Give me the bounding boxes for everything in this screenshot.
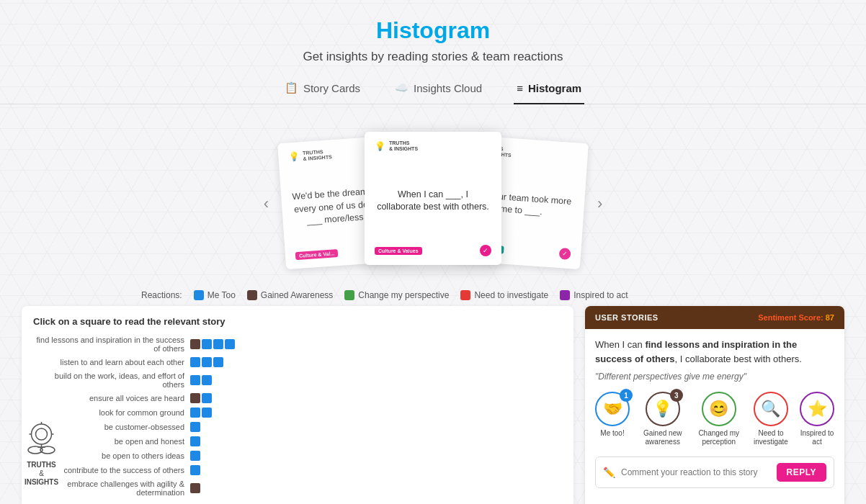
histogram-row: ensure all voices are heard bbox=[33, 393, 562, 403]
hist-row-label: find lessons and inspiration in the succ… bbox=[33, 336, 184, 353]
change-perspective-label: Change my perspective bbox=[358, 290, 449, 300]
hist-square[interactable] bbox=[202, 375, 212, 385]
sentiment-label: Sentiment Score: bbox=[758, 313, 823, 322]
brand-logo-text: TRUTHS & INSIGHTS bbox=[24, 461, 58, 487]
reaction-block-gained[interactable]: 💡 3 Gained new awareness bbox=[640, 392, 685, 446]
hist-square[interactable] bbox=[190, 465, 200, 475]
story-panel-title: USER STORIES bbox=[595, 313, 659, 322]
perception-icon-circle: 😊 bbox=[702, 392, 736, 426]
story-cards-icon: 📋 bbox=[285, 81, 298, 94]
hist-row-label: listen to and learn about each other bbox=[33, 358, 184, 366]
hist-square[interactable] bbox=[190, 422, 200, 432]
investigate-reaction-label: Need to investigate bbox=[752, 429, 790, 446]
card-carousel: ‹ 💡 TRUTHS& INSIGHTS We'd be the dream t… bbox=[0, 125, 866, 283]
reaction-inspired-act: Inspired to act bbox=[560, 290, 628, 300]
histogram-row: embrace challenges with agility & determ… bbox=[33, 480, 562, 497]
reaction-need-investigate: Need to investigate bbox=[460, 290, 548, 300]
hist-square[interactable] bbox=[190, 393, 200, 403]
carousel-prev-button[interactable]: ‹ bbox=[251, 194, 282, 213]
hist-square[interactable] bbox=[213, 339, 223, 349]
card-body-center: When I can ___, I collaborate best with … bbox=[375, 157, 491, 245]
histogram-icon: ≡ bbox=[517, 82, 523, 94]
histogram-row: be customer-obsessed bbox=[33, 422, 562, 432]
card-logo-icon-center: 💡 bbox=[375, 141, 385, 151]
tab-story-cards[interactable]: 📋 Story Cards bbox=[282, 76, 363, 104]
hist-square[interactable] bbox=[202, 357, 212, 367]
tab-insights-cloud[interactable]: ☁️ Insights Cloud bbox=[392, 76, 485, 104]
pencil-icon: ✏️ bbox=[603, 467, 615, 478]
histogram-row: find lessons and inspiration in the succ… bbox=[33, 336, 562, 353]
tab-histogram[interactable]: ≡ Histogram bbox=[514, 76, 584, 104]
hist-square[interactable] bbox=[190, 357, 200, 367]
gained-awareness-dot bbox=[247, 290, 257, 300]
comment-area: ✏️ REPLY bbox=[595, 456, 834, 488]
hist-square[interactable] bbox=[190, 339, 200, 349]
hist-row-bars bbox=[190, 375, 212, 385]
inspired-reaction-label: Inspired to act bbox=[800, 429, 834, 446]
hist-row-label: build on the work, ideas, and effort of … bbox=[33, 372, 184, 389]
page-title: Histogram bbox=[0, 17, 866, 44]
reaction-block-perception[interactable]: 😊 Changed my perception bbox=[695, 392, 742, 446]
histogram-rows: find lessons and inspiration in the succ… bbox=[33, 336, 562, 497]
story-panel: USER STORIES Sentiment Score: 87 When I … bbox=[585, 306, 844, 504]
hist-square[interactable] bbox=[202, 339, 212, 349]
perception-icon-wrap: 😊 bbox=[702, 392, 736, 426]
histogram-row: listen to and learn about each other bbox=[33, 357, 562, 367]
hist-square[interactable] bbox=[190, 408, 200, 418]
story-quote: "Different perspectives give me energy" bbox=[595, 372, 834, 382]
histogram-panel: Click on a square to read the relevant s… bbox=[22, 306, 573, 504]
hist-square[interactable] bbox=[190, 436, 200, 446]
me-too-icon-wrap: 🤝 1 bbox=[595, 392, 630, 426]
reactions-icons-row: 🤝 1 Me too! 💡 3 Gained new awareness bbox=[595, 392, 834, 446]
tab-insights-cloud-label: Insights Cloud bbox=[414, 82, 482, 94]
sentiment-value: 87 bbox=[826, 313, 834, 322]
hist-square[interactable] bbox=[213, 357, 223, 367]
reaction-change-perspective: Change my perspective bbox=[344, 290, 449, 300]
hist-row-bars bbox=[190, 357, 223, 367]
card-header-center: 💡 TRUTHS& INSIGHTS bbox=[375, 140, 491, 151]
story-card-center[interactable]: 💡 TRUTHS& INSIGHTS When I can ___, I col… bbox=[365, 132, 501, 265]
hist-row-bars bbox=[190, 465, 200, 475]
hist-row-bars bbox=[190, 483, 200, 493]
page-header: Histogram Get insights by reading storie… bbox=[0, 0, 866, 125]
reaction-block-inspired[interactable]: ⭐ Inspired to act bbox=[800, 392, 834, 446]
comment-input[interactable] bbox=[621, 467, 771, 477]
investigate-icon-wrap: 🔍 bbox=[754, 392, 788, 426]
inspired-act-dot bbox=[560, 290, 570, 300]
reaction-block-me-too[interactable]: 🤝 1 Me too! bbox=[595, 392, 630, 446]
inspired-icon-wrap: ⭐ bbox=[800, 392, 834, 426]
reaction-block-investigate[interactable]: 🔍 Need to investigate bbox=[752, 392, 790, 446]
hist-row-label: ensure all voices are heard bbox=[33, 394, 184, 402]
story-panel-header: USER STORIES Sentiment Score: 87 bbox=[585, 306, 844, 329]
histogram-row: be open to others ideas bbox=[33, 451, 562, 461]
reaction-gained-awareness: Gained Awareness bbox=[247, 290, 334, 300]
hist-square[interactable] bbox=[202, 408, 212, 418]
hist-square[interactable] bbox=[190, 375, 200, 385]
brand-logo: TRUTHS & INSIGHTS bbox=[22, 418, 61, 487]
brand-logo-svg bbox=[22, 418, 61, 458]
hist-row-bars bbox=[190, 451, 200, 461]
reply-button[interactable]: REPLY bbox=[777, 463, 826, 482]
need-investigate-label: Need to investigate bbox=[474, 290, 548, 300]
card-logo-text-center: TRUTHS& INSIGHTS bbox=[389, 140, 418, 151]
carousel-next-button[interactable]: › bbox=[584, 194, 615, 213]
me-too-dot bbox=[194, 290, 204, 300]
gained-awareness-label: Gained Awareness bbox=[261, 290, 334, 300]
tab-story-cards-label: Story Cards bbox=[303, 82, 360, 94]
hist-row-bars bbox=[190, 393, 212, 403]
reaction-me-too: Me Too bbox=[194, 290, 236, 300]
tab-histogram-label: Histogram bbox=[528, 82, 581, 94]
hist-square[interactable] bbox=[190, 451, 200, 461]
page-subtitle: Get insights by reading stories & team r… bbox=[0, 50, 866, 64]
tabs-nav: 📋 Story Cards ☁️ Insights Cloud ≡ Histog… bbox=[0, 76, 866, 104]
gained-icon-wrap: 💡 3 bbox=[646, 392, 680, 426]
hist-square[interactable] bbox=[225, 339, 235, 349]
inspired-icon-circle: ⭐ bbox=[800, 392, 834, 426]
gained-badge: 3 bbox=[670, 389, 683, 402]
hist-square[interactable] bbox=[190, 483, 200, 493]
hist-square[interactable] bbox=[202, 393, 212, 403]
need-investigate-dot bbox=[460, 290, 470, 300]
inspired-act-label: Inspired to act bbox=[573, 290, 628, 300]
me-too-reaction-label: Me too! bbox=[600, 429, 624, 438]
card-tag-center: Culture & Values bbox=[375, 247, 422, 255]
